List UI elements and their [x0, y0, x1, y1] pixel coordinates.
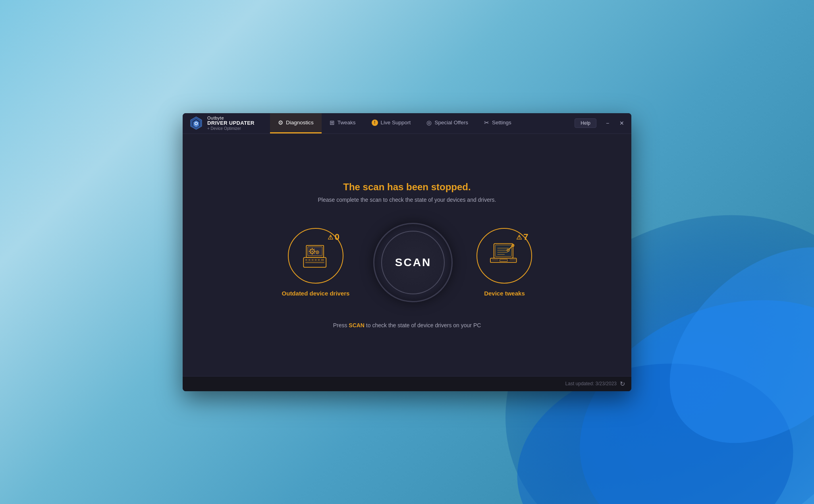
- scan-button-inner: SCAN: [381, 231, 445, 294]
- svg-line-20: [314, 249, 314, 249]
- app-window: O Outbyte DRIVER UPDATER + Device Optimi…: [183, 113, 631, 391]
- bottom-hint: Press SCAN to check the state of device …: [333, 322, 481, 328]
- title-bar: O Outbyte DRIVER UPDATER + Device Optimi…: [183, 113, 631, 134]
- tab-special-offers[interactable]: ◎ Special Offers: [419, 113, 476, 133]
- main-content: The scan has been stopped. Please comple…: [183, 134, 631, 376]
- minimize-button[interactable]: −: [601, 117, 614, 129]
- tab-diagnostics[interactable]: ⚙ Diagnostics: [270, 113, 322, 133]
- tab-diagnostics-label: Diagnostics: [286, 120, 314, 126]
- brand-subtitle: + Device Optimizer: [207, 126, 255, 131]
- stat-outdated-drivers: ⚠ 0 Outdated device drivers: [282, 228, 350, 297]
- refresh-icon[interactable]: ↻: [620, 380, 625, 388]
- bottom-text-suffix: to check the state of device drivers on …: [365, 322, 481, 328]
- tab-settings[interactable]: ✂ Settings: [476, 113, 519, 133]
- scan-button-label: SCAN: [395, 256, 431, 269]
- svg-rect-37: [500, 259, 507, 261]
- app-logo: O: [189, 116, 203, 130]
- brand-text: Outbyte DRIVER UPDATER + Device Optimize…: [207, 116, 255, 130]
- scan-button[interactable]: SCAN: [373, 223, 453, 302]
- app-brand: O Outbyte DRIVER UPDATER + Device Optimi…: [183, 113, 270, 133]
- svg-line-17: [310, 249, 311, 249]
- stat-drivers-circle: ⚠ 0: [288, 228, 343, 284]
- tab-tweaks[interactable]: ⊞ Tweaks: [322, 113, 364, 133]
- stat-tweaks-circle: ⚠ 7: [476, 228, 532, 284]
- svg-rect-23: [305, 259, 307, 261]
- tweaks-icon: ⊞: [330, 119, 335, 126]
- svg-text:O: O: [195, 121, 198, 126]
- tab-special-offers-label: Special Offers: [434, 120, 468, 126]
- svg-rect-29: [305, 262, 324, 263]
- close-button[interactable]: ✕: [615, 117, 628, 129]
- tab-tweaks-label: Tweaks: [338, 120, 356, 126]
- drivers-count: 0: [335, 232, 339, 242]
- svg-point-12: [312, 251, 313, 252]
- svg-rect-27: [318, 259, 320, 261]
- last-updated-text: Last updated: 3/23/2023: [565, 381, 617, 386]
- svg-rect-25: [312, 259, 314, 261]
- diagnostics-icon: ⚙: [278, 119, 283, 126]
- scan-button-container: SCAN: [373, 223, 453, 302]
- bottom-text-prefix: Press: [333, 322, 349, 328]
- drivers-warning-icon: ⚠: [328, 234, 333, 241]
- live-support-badge: !: [372, 120, 378, 126]
- scan-area: ⚠ 0 Outdated device drivers SCAN: [282, 223, 532, 302]
- brand-driver: DRIVER UPDATER: [207, 120, 255, 126]
- window-controls: Help − ✕: [571, 113, 631, 133]
- settings-icon: ✂: [484, 119, 489, 126]
- status-bar: Last updated: 3/23/2023 ↻: [183, 376, 631, 391]
- tweaks-label: Device tweaks: [484, 290, 525, 297]
- svg-rect-38: [492, 259, 499, 261]
- tab-settings-label: Settings: [492, 120, 511, 126]
- svg-rect-39: [510, 259, 516, 261]
- scan-stopped-subtitle: Please complete the scan to check the st…: [318, 197, 496, 203]
- help-button[interactable]: Help: [575, 118, 596, 128]
- svg-rect-24: [309, 259, 311, 261]
- nav-tabs: ⚙ Diagnostics ⊞ Tweaks ! Live Support ◎ …: [270, 113, 571, 133]
- svg-rect-26: [314, 259, 316, 261]
- drivers-label: Outdated device drivers: [282, 290, 350, 297]
- svg-line-18: [314, 253, 314, 253]
- tweaks-count: 7: [523, 232, 528, 242]
- driver-icon: [300, 242, 332, 270]
- svg-rect-28: [321, 259, 324, 261]
- tweaks-count-badge: ⚠ 7: [516, 232, 528, 242]
- tab-live-support-label: Live Support: [381, 120, 411, 126]
- svg-point-22: [317, 252, 318, 253]
- svg-point-3: [632, 208, 814, 483]
- stat-device-tweaks: ⚠ 7 Device tweaks: [476, 228, 532, 297]
- drivers-count-badge: ⚠ 0: [328, 232, 339, 242]
- tweaks-warning-icon: ⚠: [516, 234, 522, 241]
- special-offers-icon: ◎: [426, 119, 432, 126]
- scan-stopped-title: The scan has been stopped.: [343, 182, 471, 193]
- tab-live-support[interactable]: ! Live Support: [364, 113, 419, 133]
- svg-line-19: [310, 253, 311, 253]
- bottom-scan-highlight: SCAN: [349, 322, 365, 328]
- tweaks-icon: [488, 242, 520, 270]
